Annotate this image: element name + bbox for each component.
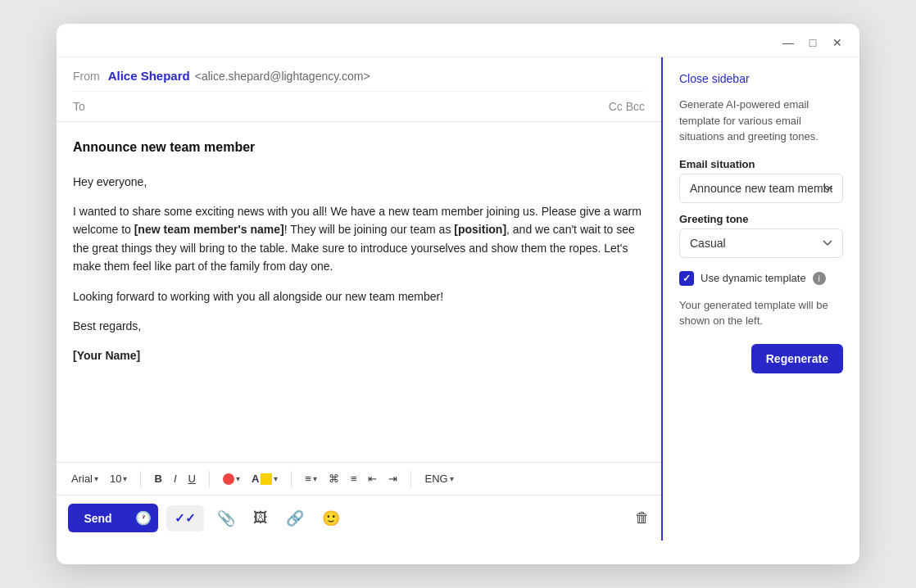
from-row: From Alice Shepard <alice.shepard@lighta…	[73, 57, 645, 92]
regenerate-button[interactable]: Regenerate	[751, 344, 843, 373]
greeting-tone-section: Greeting tone Casual Formal Friendly Pro…	[679, 213, 843, 258]
email-composer-window: — □ ✕ From Alice Shepard <alice.shepard@…	[57, 24, 859, 564]
font-color-chevron: ▾	[236, 474, 240, 483]
align-chevron: ▾	[313, 474, 317, 483]
maximize-button[interactable]: □	[805, 35, 820, 50]
formatting-toolbar: Arial ▾ 10 ▾ B I U	[57, 462, 661, 495]
font-size-select[interactable]: 10 ▾	[105, 469, 132, 488]
image-icon: 🖼	[253, 509, 268, 526]
attachment-button[interactable]: 📎	[212, 506, 240, 531]
trash-icon: 🗑	[635, 509, 650, 526]
ordered-list-button[interactable]: ⌘	[324, 469, 344, 488]
indent-increase-button[interactable]: ⇥	[383, 469, 402, 488]
color-group: ▾ A ▾	[218, 469, 283, 488]
email-signature-2: [Your Name]	[73, 346, 645, 364]
email-para-greeting: Hey everyone,	[73, 173, 645, 191]
text-style-group: B I U	[149, 469, 200, 488]
action-bar: Send 🕐 ✓✓ 📎 🖼 🔗	[57, 495, 661, 541]
sep-2	[209, 471, 210, 487]
send-button[interactable]: Send 🕐	[68, 504, 158, 532]
link-button[interactable]: 🔗	[281, 506, 309, 531]
font-size-chevron: ▾	[123, 474, 127, 483]
unordered-list-button[interactable]: ≡	[346, 469, 362, 488]
email-header: From Alice Shepard <alice.shepard@lighta…	[57, 57, 661, 122]
email-bold-position: [position]	[454, 223, 506, 236]
email-subject: Announce new team member	[73, 137, 645, 158]
minimize-button[interactable]: —	[781, 35, 796, 50]
from-email: <alice.shepard@lightagency.com>	[195, 70, 370, 83]
language-select[interactable]: ENG ▾	[419, 469, 458, 488]
underline-button[interactable]: U	[184, 469, 201, 488]
highlight-color-icon	[261, 473, 272, 485]
delete-button[interactable]: 🗑	[635, 509, 650, 527]
checkbox-check-icon: ✓	[682, 273, 691, 284]
email-signature-1: Best regards,	[73, 317, 645, 335]
email-situation-label: Email situation	[679, 158, 843, 170]
greeting-tone-label: Greeting tone	[679, 213, 843, 225]
info-icon[interactable]: i	[813, 272, 826, 285]
dynamic-template-checkbox[interactable]: ✓	[679, 271, 694, 286]
email-bold-name: [new team member's name]	[134, 223, 284, 236]
link-icon: 🔗	[286, 510, 304, 527]
ordered-list-icon: ⌘	[329, 473, 339, 485]
sep-3	[291, 471, 292, 487]
font-color-button[interactable]: ▾	[218, 470, 245, 488]
send-clock-icon: 🕐	[129, 510, 158, 526]
font-family-select[interactable]: Arial ▾	[66, 469, 103, 488]
indent-decrease-icon: ⇤	[368, 473, 377, 485]
highlight-chevron: ▾	[274, 474, 278, 483]
close-button[interactable]: ✕	[830, 35, 845, 50]
from-label: From	[73, 70, 100, 83]
sep-1	[140, 471, 141, 487]
greeting-tone-select[interactable]: Casual Formal Friendly Professional	[679, 228, 843, 258]
sidebar-description: Generate AI-powered email template for v…	[679, 97, 843, 145]
indent-decrease-button[interactable]: ⇤	[363, 469, 382, 488]
bold-button[interactable]: B	[149, 469, 166, 488]
content-area: From Alice Shepard <alice.shepard@lighta…	[57, 57, 859, 541]
email-body[interactable]: Announce new team member Hey everyone, I…	[57, 122, 661, 462]
font-group: Arial ▾ 10 ▾	[66, 469, 132, 488]
email-para-closing: Looking forward to working with you all …	[73, 287, 645, 305]
email-situation-section: Email situation Announce new team member…	[679, 158, 843, 203]
email-situation-select[interactable]: Announce new team member Welcome email F…	[679, 174, 843, 203]
close-sidebar-link[interactable]: Close sidebar	[679, 72, 843, 85]
text-align-button[interactable]: ≡ ▾	[300, 469, 322, 488]
unordered-list-icon: ≡	[351, 473, 357, 485]
to-row: To Cc Bcc	[73, 92, 645, 121]
title-bar: — □ ✕	[57, 24, 859, 57]
checkmark-button[interactable]: ✓✓	[166, 505, 204, 531]
font-family-chevron: ▾	[94, 474, 98, 483]
indent-increase-icon: ⇥	[388, 473, 397, 485]
to-input[interactable]	[85, 100, 609, 113]
action-bar-left: Send 🕐 ✓✓ 📎 🖼 🔗	[68, 504, 345, 532]
email-panel: From Alice Shepard <alice.shepard@lighta…	[57, 57, 663, 541]
to-label: To	[73, 100, 85, 113]
email-para-main-mid: ! They will be joining our team as	[284, 223, 455, 236]
sidebar-note: Your generated template will be shown on…	[679, 297, 843, 329]
sep-4	[410, 471, 411, 487]
cc-bcc-toggle[interactable]: Cc Bcc	[609, 100, 645, 113]
align-group: ≡ ▾ ⌘ ≡ ⇤ ⇥	[300, 469, 402, 488]
send-label: Send	[68, 512, 128, 525]
font-color-icon	[223, 473, 234, 485]
paperclip-icon: 📎	[217, 510, 235, 527]
dynamic-template-row: ✓ Use dynamic template i	[679, 271, 843, 286]
highlight-icon: A	[252, 473, 259, 485]
emoji-icon: 🙂	[322, 510, 340, 527]
image-button[interactable]: 🖼	[248, 506, 273, 530]
from-name: Alice Shepard	[108, 69, 190, 83]
dynamic-template-label: Use dynamic template	[701, 272, 806, 284]
italic-button[interactable]: I	[169, 469, 182, 488]
ai-sidebar: Close sidebar Generate AI-powered email …	[663, 57, 859, 541]
email-para-main: I wanted to share some exciting news wit…	[73, 202, 645, 276]
lang-chevron: ▾	[450, 474, 454, 483]
align-icon: ≡	[305, 473, 311, 485]
highlight-color-button[interactable]: A ▾	[247, 469, 283, 488]
checkmark-icon: ✓✓	[175, 511, 196, 526]
emoji-button[interactable]: 🙂	[317, 506, 345, 531]
